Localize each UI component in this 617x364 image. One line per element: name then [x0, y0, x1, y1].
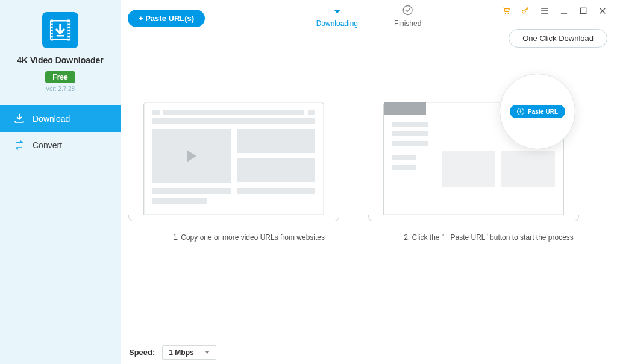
key-icon[interactable]	[521, 6, 530, 16]
svg-rect-13	[67, 34, 70, 36]
play-icon	[187, 150, 196, 162]
svg-rect-14	[67, 37, 70, 39]
close-icon[interactable]	[598, 6, 607, 16]
sidebar-item-label: Download	[33, 114, 70, 124]
step2-caption: 2. Click the "+ Paste URL" button to sta…	[404, 233, 574, 242]
speed-label: Speed:	[129, 348, 155, 357]
onboarding-content: 1. Copy one or more video URLs from webs…	[121, 48, 617, 340]
svg-rect-7	[51, 34, 53, 36]
statusbar: Speed: 1 Mbps	[121, 340, 617, 364]
convert-arrows-icon	[13, 139, 25, 151]
tab-downloading[interactable]: Downloading	[316, 4, 358, 28]
topbar: + Paste URL(s) Downloading Finished	[121, 0, 617, 39]
laptop-illustration: + Paste URL	[383, 102, 594, 221]
svg-rect-12	[67, 31, 70, 33]
svg-rect-6	[51, 31, 53, 33]
svg-rect-9	[67, 22, 70, 24]
svg-rect-5	[51, 28, 53, 30]
laptop-screen	[143, 102, 324, 215]
laptop-screen: + Paste URL	[383, 102, 564, 215]
download-arrow-icon	[330, 4, 343, 17]
sidebar-nav: Download Convert	[0, 105, 121, 158]
svg-point-18	[507, 13, 509, 14]
check-circle-icon	[401, 4, 415, 17]
laptop-illustration	[143, 102, 354, 221]
lens-paste-url-button: + Paste URL	[510, 105, 565, 118]
main-area: + Paste URL(s) Downloading Finished	[121, 0, 617, 364]
titlebar-icons	[501, 6, 607, 16]
tab-label: Finished	[394, 19, 421, 28]
svg-rect-20	[580, 8, 586, 13]
brand-block: 4K Video Downloader Free Ver: 2.7.28	[0, 0, 121, 97]
svg-point-16	[403, 6, 412, 15]
svg-rect-8	[51, 37, 53, 39]
tabs: Downloading Finished	[316, 4, 422, 28]
svg-rect-4	[51, 25, 53, 27]
sidebar-item-convert[interactable]: Convert	[0, 132, 121, 158]
video-placeholder	[152, 129, 231, 183]
step1-caption: 1. Copy one or more video URLs from webs…	[173, 233, 325, 242]
speed-select[interactable]: 1 Mbps	[162, 345, 216, 360]
tab-finished[interactable]: Finished	[394, 4, 421, 28]
app-window: 4K Video Downloader Free Ver: 2.7.28 Dow…	[0, 0, 617, 364]
minimize-icon[interactable]	[559, 6, 569, 16]
guide-step-1: 1. Copy one or more video URLs from webs…	[143, 102, 354, 242]
svg-rect-3	[51, 22, 53, 24]
svg-rect-15	[57, 35, 64, 37]
app-logo-icon	[42, 12, 78, 48]
app-name: 4K Video Downloader	[17, 55, 104, 65]
sidebar: 4K Video Downloader Free Ver: 2.7.28 Dow…	[0, 0, 121, 364]
magnifier-lens: + Paste URL	[500, 74, 575, 149]
svg-rect-11	[67, 28, 70, 30]
chevron-down-icon	[205, 351, 210, 354]
version-label: Ver: 2.7.28	[46, 86, 75, 92]
menu-icon[interactable]	[540, 6, 550, 16]
paste-url-button[interactable]: + Paste URL(s)	[128, 10, 205, 27]
download-tray-icon	[13, 113, 25, 125]
svg-rect-10	[67, 25, 70, 27]
lens-button-label: Paste URL	[528, 108, 558, 115]
sidebar-item-label: Convert	[33, 140, 62, 150]
plus-circle-icon: +	[517, 108, 524, 115]
maximize-icon[interactable]	[578, 6, 588, 16]
speed-value: 1 Mbps	[169, 348, 193, 357]
license-badge: Free	[45, 71, 75, 83]
svg-point-17	[505, 13, 506, 14]
cart-icon[interactable]	[501, 6, 511, 16]
guide-step-2: + Paste URL 2. Click the "+ Paste URL" b…	[383, 102, 594, 242]
tab-label: Downloading	[316, 19, 358, 28]
sidebar-item-download[interactable]: Download	[0, 105, 121, 132]
